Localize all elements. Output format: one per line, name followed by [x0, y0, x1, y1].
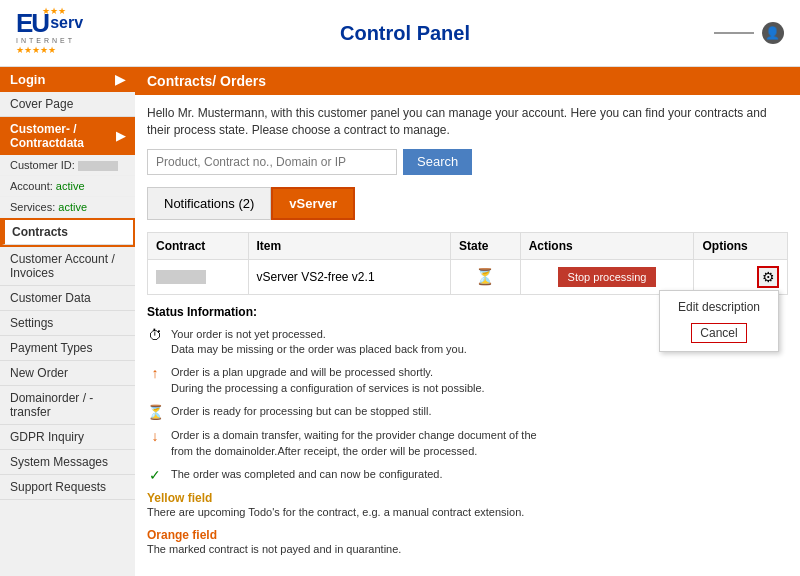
search-button[interactable]: Search	[403, 149, 472, 175]
tab-vserver[interactable]: vServer	[271, 187, 355, 220]
cell-state: ⏳	[451, 259, 521, 294]
content: Contracts/ Orders Hello Mr. Mustermann, …	[135, 67, 800, 576]
edit-description-link[interactable]: Edit description	[660, 295, 778, 319]
status-text-4: Order is a domain transfer, waiting for …	[171, 428, 537, 459]
contract-logo	[156, 270, 206, 284]
sidebar-meta-id: Customer ID:	[0, 155, 135, 176]
sidebar-item-customer-data[interactable]: Customer Data	[0, 286, 135, 311]
control-panel-title: Control Panel	[340, 22, 470, 45]
intro-text: Hello Mr. Mustermann, with this customer…	[147, 105, 788, 139]
status-text-3: Order is ready for processing but can be…	[171, 404, 431, 419]
header: EU ★★★ serv INTERNET ★★★★★ Control Panel…	[0, 0, 800, 67]
sidebar-item-contracts[interactable]: Contracts	[0, 218, 135, 247]
logo-stars-top: ★★★	[42, 6, 66, 16]
cell-item: vServer VS2-free v2.1	[248, 259, 451, 294]
logo-stars-bottom: ★★★★★	[16, 45, 96, 55]
status-row-5: ✓ The order was completed and can now be…	[147, 467, 788, 483]
status-row-3: ⏳ Order is ready for processing but can …	[147, 404, 788, 420]
sidebar-item-new-order[interactable]: New Order	[0, 361, 135, 386]
dropdown-menu: Edit description Cancel	[659, 290, 779, 352]
sidebar-login-arrow: ▶	[115, 72, 125, 87]
hourglass-icon: ⏳	[147, 404, 163, 420]
status-row-7: Orange field The marked contract is not …	[147, 528, 788, 557]
sidebar-item-settings[interactable]: Settings	[0, 311, 135, 336]
sidebar-section-arrow: ▶	[116, 129, 125, 143]
table-row: vServer VS2-free v2.1 ⏳ Stop processing …	[148, 259, 788, 294]
logo-serv-text: serv	[50, 14, 83, 31]
content-body: Hello Mr. Mustermann, with this customer…	[135, 95, 800, 576]
col-header-state: State	[451, 232, 521, 259]
status-text-7: The marked contract is not payed and in …	[147, 542, 401, 557]
sidebar-item-payment[interactable]: Payment Types	[0, 336, 135, 361]
sidebar-item-customer-account[interactable]: Customer Account / Invoices	[0, 247, 135, 286]
status-text-5: The order was completed and can now be c…	[171, 467, 443, 482]
sidebar-section-label: Customer- /Contractdata	[10, 122, 84, 150]
search-input[interactable]	[147, 149, 397, 175]
status-row-4: ↓ Order is a domain transfer, waiting fo…	[147, 428, 788, 459]
status-row-6: Yellow field There are upcoming Todo's f…	[147, 491, 788, 520]
yellow-field-label: Yellow field	[147, 491, 524, 505]
status-text-6: There are upcoming Todo's for the contra…	[147, 505, 524, 520]
header-line	[714, 32, 754, 34]
main-layout: Login ▶ Cover Page Customer- /Contractda…	[0, 67, 800, 576]
sidebar-item-cover[interactable]: Cover Page	[0, 92, 135, 117]
upgrade-icon: ↑	[147, 365, 163, 381]
sidebar-item-gdpr[interactable]: GDPR Inquiry	[0, 425, 135, 450]
state-icon: ⏳	[475, 268, 495, 285]
sidebar: Login ▶ Cover Page Customer- /Contractda…	[0, 67, 135, 576]
sidebar-section-customer[interactable]: Customer- /Contractdata ▶	[0, 117, 135, 155]
sidebar-login[interactable]: Login ▶	[0, 67, 135, 92]
col-header-item: Item	[248, 232, 451, 259]
status-text-1: Your order is not yet processed.Data may…	[171, 327, 467, 358]
sidebar-item-domain[interactable]: Domainorder / -transfer	[0, 386, 135, 425]
cancel-button[interactable]: Cancel	[691, 323, 746, 343]
col-header-contract: Contract	[148, 232, 249, 259]
options-wrapper: ⚙ Edit description Cancel	[702, 266, 779, 288]
transfer-icon: ↓	[147, 428, 163, 444]
contracts-table: Contract Item State Actions Options vSer…	[147, 232, 788, 295]
status-text-2: Order is a plan upgrade and will be proc…	[171, 365, 485, 396]
sidebar-meta-services: Services: active	[0, 197, 135, 218]
gear-icon[interactable]: ⚙	[757, 266, 779, 288]
search-bar: Search	[147, 149, 788, 175]
sidebar-meta-account: Account: active	[0, 176, 135, 197]
logo: EU ★★★ serv INTERNET ★★★★★	[16, 8, 96, 58]
col-header-actions: Actions	[520, 232, 694, 259]
col-header-options: Options	[694, 232, 788, 259]
user-icon[interactable]: 👤	[762, 22, 784, 44]
tab-notifications[interactable]: Notifications (2)	[147, 187, 271, 220]
checkmark-icon: ✓	[147, 467, 163, 483]
status-row-2: ↑ Order is a plan upgrade and will be pr…	[147, 365, 788, 396]
logo-box: EU ★★★ serv INTERNET ★★★★★	[16, 8, 96, 58]
sidebar-login-label: Login	[10, 72, 45, 87]
header-right: 👤	[714, 22, 784, 44]
sidebar-item-support[interactable]: Support Requests	[0, 475, 135, 500]
contracts-header: Contracts/ Orders	[135, 67, 800, 95]
sidebar-item-system-messages[interactable]: System Messages	[0, 450, 135, 475]
stop-processing-button[interactable]: Stop processing	[558, 267, 657, 287]
orange-field-label: Orange field	[147, 528, 401, 542]
clock-icon: ⏱	[147, 327, 163, 343]
cell-options: ⚙ Edit description Cancel	[694, 259, 788, 294]
tabs: Notifications (2) vServer	[147, 187, 788, 220]
cell-contract	[148, 259, 249, 294]
